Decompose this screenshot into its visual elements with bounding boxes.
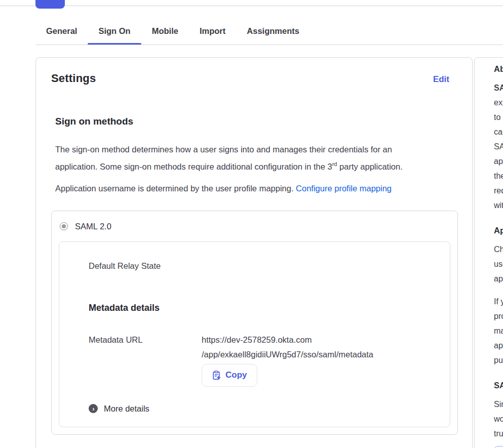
about-paragraph: SAML 2.0 streamlines the end user experi… — [494, 80, 503, 213]
text-line: prompted to enter the username — [494, 309, 503, 323]
text-line: application. Additional configuration in — [494, 154, 503, 169]
text-line: required to complete the integration — [494, 183, 503, 198]
clipboard-icon — [212, 371, 221, 380]
more-details-label: More details — [104, 404, 149, 414]
default-relay-state-label: Default Relay State — [89, 260, 450, 271]
saml-setup-paragraph: Single Sign On using SAML will notwork u… — [494, 397, 503, 441]
chevron-right-circle-icon: › — [89, 404, 98, 413]
tab-general[interactable]: General — [35, 21, 88, 43]
text-line: can't edit their credentials when — [494, 125, 503, 139]
tab-assignments[interactable]: Assignments — [236, 21, 310, 43]
about-heading: About — [494, 63, 503, 74]
text-line: the 3rd party application may be — [494, 169, 503, 183]
help-sidebar: About SAML 2.0 streamlines the end user … — [474, 57, 503, 448]
application-username-heading: Application Username — [494, 225, 503, 236]
metadata-details-heading: Metadata details — [89, 303, 450, 313]
saml-setup-heading: SAML Setup — [494, 380, 503, 391]
text-line: Choose a format to use as the default — [494, 242, 503, 257]
application-username-paragraph-1: Choose a format to use as the defaultuse… — [494, 242, 503, 286]
more-details-toggle[interactable]: › More details — [89, 404, 450, 414]
header-divider — [0, 6, 503, 6]
app-tabs: General Sign On Mobile Import Assignment… — [35, 21, 310, 43]
copy-button-label: Copy — [225, 370, 247, 380]
sign-on-description: The sign-on method determines how a user… — [55, 142, 458, 174]
tab-sign-on[interactable]: Sign On — [88, 21, 141, 43]
text-line: experience by not requiring the user — [494, 95, 503, 110]
text-line: push provisioning features. — [494, 353, 503, 368]
text-line: username value when assigning the — [494, 257, 503, 271]
text-line: Single Sign On using SAML will not — [494, 397, 503, 412]
metadata-url-label: Metadata URL — [89, 333, 202, 362]
text-line: SAML 2.0 is configured for this — [494, 139, 503, 154]
text-line: to know their credentials. Users — [494, 110, 503, 125]
username-mapping-text: Application username is determined by th… — [55, 181, 458, 196]
application-username-paragraph-2: If you select None you will beprompted t… — [494, 294, 503, 368]
metadata-url-value: https://dev-2578259.okta.com /app/exkael… — [202, 333, 373, 362]
settings-card: Settings Edit Sign on methods The sign-o… — [35, 57, 473, 448]
tab-mobile[interactable]: Mobile — [141, 21, 189, 43]
saml-details-panel: Default Relay State Metadata details Met… — [59, 241, 450, 427]
settings-title: Settings — [51, 72, 96, 85]
text-line: application with password or profile — [494, 338, 503, 353]
text-line: application to users. — [494, 271, 503, 286]
tab-import[interactable]: Import — [189, 21, 236, 43]
saml-method-box: SAML 2.0 Default Relay State Metadata de… — [51, 211, 458, 435]
tabs-divider — [35, 45, 503, 45]
saml-radio-label: SAML 2.0 — [75, 222, 111, 231]
text-line: If you select None you will be — [494, 294, 503, 309]
edit-button[interactable]: Edit — [433, 74, 449, 85]
text-line: work until you configure the app to — [494, 412, 503, 426]
text-line: trust Okta as an IdP. — [494, 426, 503, 441]
configure-profile-mapping-link[interactable]: Configure profile mapping — [296, 184, 392, 193]
sign-on-methods-heading: Sign on methods — [55, 116, 458, 127]
copy-button[interactable]: Copy — [202, 364, 257, 387]
text-line: with Okta. — [494, 198, 503, 213]
active-nav-indicator[interactable] — [35, 0, 65, 9]
superscript: rd — [332, 161, 337, 167]
view-setup-instructions-button[interactable]: View Setup Instructions — [494, 446, 503, 448]
text-line: manually when assigning an — [494, 323, 503, 338]
saml-radio[interactable] — [60, 222, 68, 230]
